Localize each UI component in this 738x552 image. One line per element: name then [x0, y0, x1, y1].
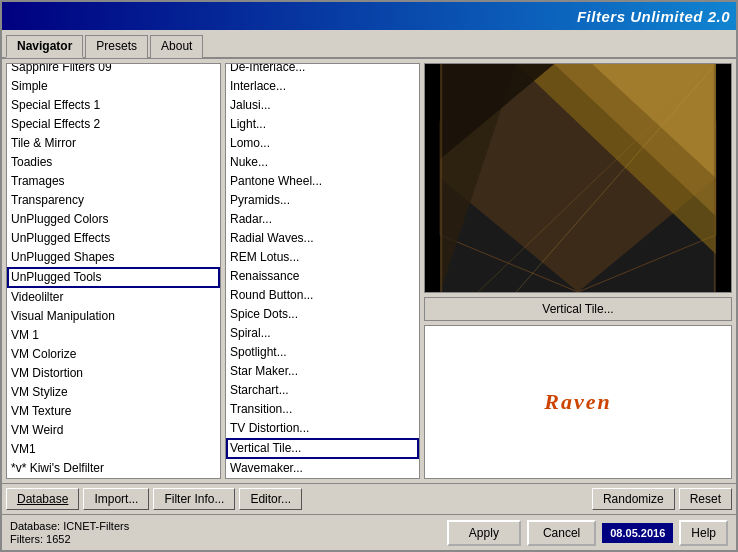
- tab-presets[interactable]: Presets: [85, 35, 148, 58]
- middle-list-item[interactable]: Radial Waves...: [226, 229, 419, 248]
- left-list-item[interactable]: Toadies: [7, 153, 220, 172]
- database-label: Database: [17, 492, 68, 506]
- database-status-label: Database:: [10, 520, 63, 532]
- svg-rect-10: [440, 64, 442, 292]
- middle-list-item[interactable]: Wavemaker...: [226, 459, 419, 478]
- apply-button[interactable]: Apply: [447, 520, 521, 546]
- status-right: Apply Cancel 08.05.2016 Help: [447, 520, 728, 546]
- left-list-item[interactable]: Transparency: [7, 191, 220, 210]
- middle-list-item[interactable]: Spice Dots...: [226, 305, 419, 324]
- middle-list-item[interactable]: Lomo...: [226, 134, 419, 153]
- middle-list-item[interactable]: Round Button...: [226, 286, 419, 305]
- middle-list-item[interactable]: Nuke...: [226, 153, 419, 172]
- svg-rect-11: [714, 64, 716, 292]
- cancel-button[interactable]: Cancel: [527, 520, 596, 546]
- preview-box: [424, 63, 732, 293]
- left-list-item[interactable]: Simple: [7, 77, 220, 96]
- database-button[interactable]: Database: [6, 488, 79, 510]
- left-list-item[interactable]: VM Colorize: [7, 345, 220, 364]
- database-status-value: ICNET-Filters: [63, 520, 129, 532]
- middle-list-item[interactable]: Jalusi...: [226, 96, 419, 115]
- left-list-item[interactable]: UnPlugged Shapes: [7, 248, 220, 267]
- right-panel: Vertical Tile... Raven: [424, 63, 732, 479]
- tab-about[interactable]: About: [150, 35, 203, 58]
- left-panel: RCS Filter Pak 1.0RenderSapphire Filters…: [6, 63, 221, 479]
- filters-status-label: Filters:: [10, 533, 46, 545]
- left-list-item[interactable]: Tile & Mirror: [7, 134, 220, 153]
- middle-list-item[interactable]: Radar...: [226, 210, 419, 229]
- title-bar-text: Filters Unlimited 2.0: [577, 8, 730, 25]
- left-list-item[interactable]: Tramages: [7, 172, 220, 191]
- middle-panel: CD Shader...Compose...CopyStar...De-Inte…: [225, 63, 420, 479]
- middle-list-item[interactable]: Spiral...: [226, 324, 419, 343]
- left-list[interactable]: RCS Filter Pak 1.0RenderSapphire Filters…: [7, 64, 220, 478]
- main-content: RCS Filter Pak 1.0RenderSapphire Filters…: [2, 59, 736, 483]
- toolbar: Database Import... Filter Info... Editor…: [2, 483, 736, 514]
- editor-button[interactable]: Editor...: [239, 488, 302, 510]
- left-list-item[interactable]: *v* Kiwi's Delfilter: [7, 459, 220, 478]
- middle-list-item[interactable]: Interlace...: [226, 77, 419, 96]
- tab-navigator[interactable]: Navigator: [6, 35, 83, 58]
- middle-list-item[interactable]: TV Distortion...: [226, 419, 419, 438]
- middle-list-item[interactable]: Light...: [226, 115, 419, 134]
- randomize-button[interactable]: Randomize: [592, 488, 675, 510]
- status-bar: Database: ICNET-Filters Filters: 1652 Ap…: [2, 514, 736, 550]
- left-list-item[interactable]: Special Effects 1: [7, 96, 220, 115]
- middle-list-item[interactable]: REM Lotus...: [226, 248, 419, 267]
- middle-list-item[interactable]: Pyramids...: [226, 191, 419, 210]
- middle-list-item[interactable]: Vertical Tile...: [226, 438, 419, 459]
- import-button[interactable]: Import...: [83, 488, 149, 510]
- left-list-item[interactable]: VM Weird: [7, 421, 220, 440]
- title-bar: Filters Unlimited 2.0: [2, 2, 736, 30]
- help-button[interactable]: Help: [679, 520, 728, 546]
- tab-bar: Navigator Presets About: [2, 30, 736, 59]
- left-list-item[interactable]: Special Effects 2: [7, 115, 220, 134]
- main-window: Filters Unlimited 2.0 Navigator Presets …: [0, 0, 738, 552]
- left-list-item[interactable]: VM Distortion: [7, 364, 220, 383]
- middle-list-item[interactable]: De-Interlace...: [226, 64, 419, 77]
- left-list-item[interactable]: VM1: [7, 440, 220, 459]
- filters-status: Filters: 1652: [10, 533, 129, 545]
- left-list-item[interactable]: Sapphire Filters 09: [7, 64, 220, 77]
- left-list-item[interactable]: VM Texture: [7, 402, 220, 421]
- filter-name-box: Vertical Tile...: [424, 297, 732, 321]
- middle-list[interactable]: CD Shader...Compose...CopyStar...De-Inte…: [226, 64, 419, 478]
- database-status: Database: ICNET-Filters: [10, 520, 129, 532]
- date-display: 08.05.2016: [602, 523, 673, 543]
- left-list-item[interactable]: UnPlugged Colors: [7, 210, 220, 229]
- middle-list-item[interactable]: Transition...: [226, 400, 419, 419]
- toolbar-right: Randomize Reset: [592, 488, 732, 510]
- middle-list-item[interactable]: Starchart...: [226, 381, 419, 400]
- middle-list-item[interactable]: Spotlight...: [226, 343, 419, 362]
- left-list-item[interactable]: VM 1: [7, 326, 220, 345]
- status-left: Database: ICNET-Filters Filters: 1652: [10, 520, 129, 545]
- raven-brand-text: Raven: [544, 389, 611, 415]
- left-list-item[interactable]: UnPlugged Effects: [7, 229, 220, 248]
- left-list-item[interactable]: VM Stylize: [7, 383, 220, 402]
- reset-button[interactable]: Reset: [679, 488, 732, 510]
- preview-image: [425, 64, 731, 292]
- left-list-item[interactable]: Visual Manipulation: [7, 307, 220, 326]
- left-list-item[interactable]: Videolilter: [7, 288, 220, 307]
- middle-list-item[interactable]: Pantone Wheel...: [226, 172, 419, 191]
- raven-box: Raven: [424, 325, 732, 479]
- left-list-item[interactable]: UnPlugged Tools: [7, 267, 220, 288]
- middle-list-item[interactable]: Star Maker...: [226, 362, 419, 381]
- filters-status-value: 1652: [46, 533, 70, 545]
- middle-list-item[interactable]: Renaissance: [226, 267, 419, 286]
- filter-info-button[interactable]: Filter Info...: [153, 488, 235, 510]
